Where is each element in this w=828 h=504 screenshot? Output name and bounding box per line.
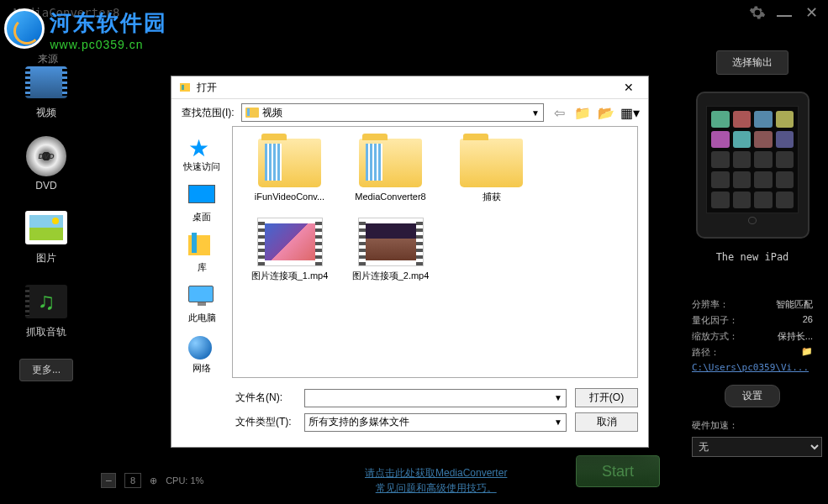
dialog-icon bbox=[178, 81, 192, 94]
accel-label: 硬件加速： bbox=[692, 419, 738, 432]
dialog-titlebar[interactable]: 打开 ✕ bbox=[171, 76, 648, 99]
file-list[interactable]: iFunVideoConv... MediaConverter8 捕获 图片连接… bbox=[232, 126, 638, 378]
minimize-button[interactable] bbox=[774, 3, 794, 23]
sidebar-item-video[interactable]: 视频 bbox=[19, 59, 74, 124]
place-desktop[interactable]: 桌面 bbox=[188, 185, 215, 223]
watermark-overlay: 河东软件园 www.pc0359.cn bbox=[4, 8, 167, 52]
folder-icon: 📁 bbox=[801, 346, 813, 359]
filename-input[interactable]: ▼ bbox=[304, 389, 567, 407]
settings-gear-icon[interactable] bbox=[747, 3, 767, 23]
folder-icon bbox=[245, 108, 259, 118]
dialog-toolbar: 查找范围(I): 视频 ▼ ⇦ 📁 📂 ▦▾ bbox=[171, 99, 648, 126]
file-label: MediaConverter8 bbox=[355, 191, 425, 202]
resolution-label: 分辨率： bbox=[692, 298, 729, 311]
file-item-folder[interactable]: iFunVideoConv... bbox=[241, 135, 338, 206]
hardware-accel-select[interactable]: 无 bbox=[692, 437, 822, 457]
source-sidebar: 视频 DVD DVD 图片 抓取音轨 更多... bbox=[0, 25, 92, 470]
sidebar-label: 图片 bbox=[36, 251, 56, 265]
star-icon: ★ bbox=[188, 134, 215, 158]
filetype-combo[interactable]: 所有支持的多媒体文件 ▼ bbox=[304, 413, 567, 432]
place-libraries[interactable]: 库 bbox=[188, 235, 215, 274]
file-item-folder[interactable]: MediaConverter8 bbox=[342, 135, 439, 206]
new-folder-icon: 📂 bbox=[598, 105, 614, 121]
video-icon bbox=[25, 66, 67, 98]
cpu-icon: ⊕ bbox=[150, 475, 157, 486]
minimize-icon bbox=[777, 15, 792, 17]
sidebar-label: 视频 bbox=[36, 106, 56, 120]
start-button[interactable]: Start bbox=[576, 455, 660, 487]
file-label: iFunVideoConv... bbox=[255, 191, 324, 202]
file-item-folder[interactable]: 捕获 bbox=[443, 135, 540, 206]
queue-count: 8 bbox=[124, 473, 141, 488]
network-icon bbox=[188, 336, 212, 360]
more-button[interactable]: 更多... bbox=[19, 359, 73, 381]
right-panel: 选择输出 The new iPad 分辨率：智能匹配 量化因子：26 缩放方式：… bbox=[677, 25, 828, 470]
place-label: 快速访问 bbox=[183, 160, 220, 173]
place-network[interactable]: 网络 bbox=[188, 336, 215, 375]
folder-icon bbox=[359, 139, 422, 187]
photo-icon bbox=[25, 211, 67, 244]
back-icon: ⇦ bbox=[554, 105, 565, 121]
settings-button[interactable]: 设置 bbox=[725, 385, 780, 407]
sidebar-item-dvd[interactable]: DVD DVD bbox=[19, 133, 74, 196]
cancel-button[interactable]: 取消 bbox=[575, 412, 638, 432]
svg-rect-1 bbox=[182, 85, 184, 90]
quant-value: 26 bbox=[803, 314, 813, 327]
dvd-icon: DVD bbox=[26, 136, 66, 176]
place-label: 库 bbox=[198, 261, 207, 274]
filetype-label: 文件类型(T): bbox=[235, 415, 296, 429]
chevron-down-icon: ▼ bbox=[554, 393, 562, 402]
video-file-icon bbox=[358, 218, 424, 266]
chevron-down-icon: ▼ bbox=[554, 417, 562, 427]
lookin-label: 查找范围(I): bbox=[182, 106, 235, 120]
video-file-icon bbox=[257, 218, 323, 266]
place-label: 网络 bbox=[192, 362, 211, 375]
file-label: 图片连接项_1.mp4 bbox=[251, 270, 329, 281]
open-button[interactable]: 打开(O) bbox=[575, 388, 638, 407]
up-button[interactable]: 📁 bbox=[574, 104, 591, 121]
sidebar-item-image[interactable]: 图片 bbox=[19, 204, 74, 270]
folder-up-icon: 📁 bbox=[574, 105, 591, 121]
output-path-link[interactable]: C:\Users\pc0359\Vi... bbox=[685, 360, 820, 375]
close-icon: ✕ bbox=[624, 81, 634, 94]
scale-label: 缩放方式： bbox=[692, 330, 738, 343]
device-label: The new iPad bbox=[716, 251, 789, 263]
cpu-label: CPU: 1% bbox=[166, 475, 203, 486]
quant-label: 量化因子： bbox=[692, 314, 738, 327]
close-button[interactable]: ✕ bbox=[801, 3, 821, 23]
view-menu-button[interactable]: ▦▾ bbox=[621, 104, 638, 121]
help-link[interactable]: 请点击此处获取MediaConverter常见问题和高级使用技巧。 bbox=[365, 465, 507, 496]
place-quickaccess[interactable]: ★ 快速访问 bbox=[183, 134, 220, 173]
file-open-dialog: 打开 ✕ 查找范围(I): 视频 ▼ ⇦ 📁 📂 ▦▾ ★ 快速访问 桌面 库 bbox=[171, 76, 649, 448]
path-label: 路径： bbox=[692, 346, 720, 359]
file-item-video[interactable]: 图片连接项_2.mp4 bbox=[342, 214, 439, 285]
library-icon bbox=[188, 235, 210, 255]
filename-label: 文件名(N): bbox=[235, 391, 296, 405]
device-preview[interactable] bbox=[696, 92, 810, 239]
file-label: 捕获 bbox=[483, 191, 501, 202]
sidebar-item-audio[interactable]: 抓取音轨 bbox=[19, 278, 74, 344]
back-button[interactable]: ⇦ bbox=[551, 104, 567, 121]
sidebar-header: 来源 bbox=[38, 52, 58, 66]
dialog-bottom: 文件名(N): ▼ 打开(O) 文件类型(T): 所有支持的多媒体文件 ▼ 取消 bbox=[171, 383, 648, 447]
sidebar-label: 抓取音轨 bbox=[26, 325, 66, 339]
audio-icon bbox=[25, 285, 67, 318]
dialog-title: 打开 bbox=[197, 81, 616, 95]
resolution-value: 智能匹配 bbox=[776, 298, 813, 311]
ipad-screen-icon bbox=[706, 106, 799, 213]
lookin-combo[interactable]: 视频 ▼ bbox=[241, 103, 544, 122]
output-settings-info: 分辨率：智能匹配 量化因子：26 缩放方式：保持长... 路径：📁 C:\Use… bbox=[685, 297, 820, 460]
sidebar-label: DVD bbox=[35, 180, 56, 192]
place-thispc[interactable]: 此电脑 bbox=[188, 286, 216, 324]
chevron-down-icon: ▼ bbox=[531, 108, 540, 118]
file-item-video[interactable]: 图片连接项_1.mp4 bbox=[241, 214, 338, 285]
place-label: 此电脑 bbox=[188, 312, 216, 324]
watermark-text-cn: 河东软件园 bbox=[50, 8, 167, 38]
remove-button[interactable]: − bbox=[101, 473, 116, 488]
desktop-icon bbox=[188, 185, 215, 203]
new-folder-button[interactable]: 📂 bbox=[598, 104, 614, 121]
select-output-button[interactable]: 选择输出 bbox=[716, 50, 788, 75]
close-icon: ✕ bbox=[805, 3, 818, 22]
file-label: 图片连接项_2.mp4 bbox=[352, 270, 430, 281]
dialog-close-button[interactable]: ✕ bbox=[616, 78, 641, 97]
